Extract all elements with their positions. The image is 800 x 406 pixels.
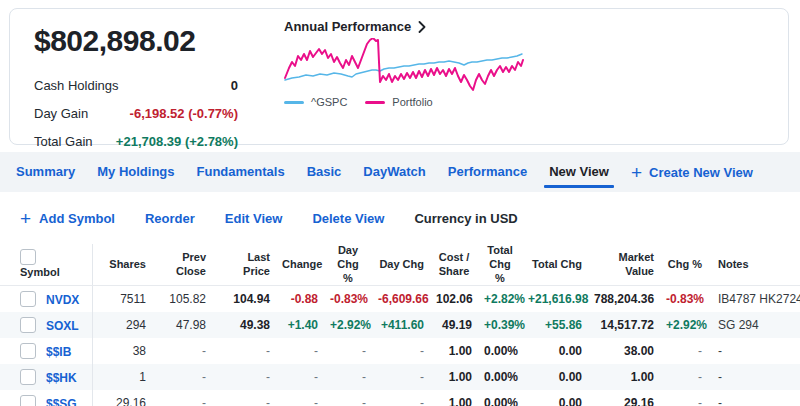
col-header-change[interactable]: Change [276, 244, 324, 286]
table-row-$$ib: $$IB38-----1.000.00%0.0038.00-- [0, 338, 800, 364]
cell-total-chg: +21,616.98 [522, 286, 588, 312]
tab-performance[interactable]: Performance [448, 152, 527, 192]
reorder-button[interactable]: Reorder [145, 211, 195, 226]
symbol-link[interactable]: $$HK [46, 371, 77, 385]
select-all-checkbox[interactable] [20, 249, 36, 265]
row-checkbox[interactable] [20, 343, 36, 359]
cell-cost-share: 1.00 [430, 364, 478, 390]
cell-last-price: 49.38 [212, 312, 276, 338]
edit-view-button[interactable]: Edit View [225, 211, 283, 226]
plus-icon: + [631, 163, 642, 182]
cell-market-value: 788,204.36 [588, 286, 660, 312]
col-header-chg[interactable]: Chg % [660, 244, 708, 286]
table-header-row: SymbolSharesPrev CloseLast PriceChangeDa… [0, 244, 800, 286]
cell-day-chg: +411.60 [372, 312, 430, 338]
cell-notes[interactable]: - [708, 390, 800, 406]
row-checkbox[interactable] [20, 291, 36, 307]
holdings-table-wrap: SymbolSharesPrev CloseLast PriceChangeDa… [0, 244, 800, 406]
row-checkbox[interactable] [20, 317, 36, 333]
symbol-cell: $$IB [0, 338, 92, 364]
view-tabbar: SummaryMy HoldingsFundamentalsBasicDayWa… [0, 152, 800, 192]
col-header-symbol[interactable]: Symbol [0, 244, 92, 286]
col-header-last-price[interactable]: Last Price [212, 244, 276, 286]
summary-pane: $802,898.02 Cash Holdings0Day Gain-6,198… [10, 9, 262, 144]
cell-chg: - [660, 390, 708, 406]
cell-shares: 1 [92, 364, 152, 390]
col-header-market-value[interactable]: Market Value [588, 244, 660, 286]
cell-market-value: 1.00 [588, 364, 660, 390]
view-tabs: SummaryMy HoldingsFundamentalsBasicDayWa… [16, 152, 609, 192]
cell-prev-close: - [152, 338, 212, 364]
col-header-notes[interactable]: Notes [708, 244, 800, 286]
col-header-cost-share[interactable]: Cost / Share [430, 244, 478, 286]
legend-item-gspc: ^GSPC [284, 96, 347, 108]
cell-notes[interactable]: IB4787 HK2724 [708, 286, 800, 312]
holdings-table: SymbolSharesPrev CloseLast PriceChangeDa… [0, 244, 800, 406]
cell-total-chg: 0.00 [522, 338, 588, 364]
cell-market-value: 29.16 [588, 390, 660, 406]
cell-last-price: 104.94 [212, 286, 276, 312]
col-header-day-chg[interactable]: Day Chg [372, 244, 430, 286]
col-header-day-chg[interactable]: Day Chg % [324, 244, 372, 286]
row-checkbox[interactable] [20, 369, 36, 385]
add-symbol-button[interactable]: + Add Symbol [20, 209, 115, 228]
legend-swatch [284, 101, 304, 104]
cell-day-chg: - [324, 338, 372, 364]
tab-new-view[interactable]: New View [549, 152, 609, 192]
portfolio-summary-card: $802,898.02 Cash Holdings0Day Gain-6,198… [9, 8, 789, 145]
summary-stat-day-gain: Day Gain-6,198.52 (-0.77%) [34, 101, 238, 126]
cell-notes[interactable]: SG 294 [708, 312, 800, 338]
chart-title-label: Annual Performance [284, 19, 411, 34]
cell-chg: -0.83% [660, 286, 708, 312]
plus-icon: + [20, 209, 31, 228]
cell-day-chg: - [372, 390, 430, 406]
symbol-cell: $$SG [0, 390, 92, 406]
create-new-view-button[interactable]: + Create New View [631, 163, 753, 182]
delete-view-button[interactable]: Delete View [312, 211, 384, 226]
annual-performance-link[interactable]: Annual Performance [284, 19, 524, 34]
symbol-link[interactable]: $$IB [46, 345, 71, 359]
cell-market-value: 14,517.72 [588, 312, 660, 338]
stat-label: Total Gain [34, 134, 93, 149]
cell-total-chg: 0.00 [522, 390, 588, 406]
cell-day-chg: -6,609.66 [372, 286, 430, 312]
stat-label: Day Gain [34, 106, 88, 121]
row-checkbox[interactable] [20, 395, 36, 406]
tab-fundamentals[interactable]: Fundamentals [197, 152, 285, 192]
cell-notes[interactable]: - [708, 364, 800, 390]
stat-value: 0 [231, 78, 238, 93]
tab-daywatch[interactable]: DayWatch [363, 152, 425, 192]
tab-my-holdings[interactable]: My Holdings [97, 152, 174, 192]
symbol-cell: SOXL [0, 312, 92, 338]
cell-cost-share: 102.06 [430, 286, 478, 312]
cell-shares: 294 [92, 312, 152, 338]
cell-chg: - [660, 338, 708, 364]
cell-last-price: - [212, 364, 276, 390]
cell-shares: 7511 [92, 286, 152, 312]
symbol-header-label: Symbol [20, 266, 60, 278]
symbol-link[interactable]: NVDX [46, 293, 79, 307]
portfolio-total-value: $802,898.02 [34, 24, 262, 58]
summary-stats: Cash Holdings0Day Gain-6,198.52 (-0.77%)… [34, 73, 262, 154]
cell-last-price: - [212, 390, 276, 406]
cell-day-chg: - [324, 364, 372, 390]
cell-notes[interactable]: - [708, 338, 800, 364]
tab-basic[interactable]: Basic [307, 152, 342, 192]
tab-summary[interactable]: Summary [16, 152, 75, 192]
symbol-link[interactable]: $$SG [46, 397, 77, 406]
summary-stat-total-gain: Total Gain+21,708.39 (+2.78%) [34, 129, 238, 154]
portfolio-page: $802,898.02 Cash Holdings0Day Gain-6,198… [0, 0, 800, 406]
cell-change: - [276, 338, 324, 364]
cell-day-chg: - [372, 364, 430, 390]
col-header-total-chg[interactable]: Total Chg [522, 244, 588, 286]
performance-chart-pane: Annual Performance ^GSPCPortfolio [284, 9, 524, 144]
cell-day-chg: +2.92% [324, 312, 372, 338]
symbol-link[interactable]: SOXL [46, 319, 79, 333]
cell-day-chg: -0.83% [324, 286, 372, 312]
cell-prev-close: - [152, 364, 212, 390]
col-header-shares[interactable]: Shares [92, 244, 152, 286]
col-header-prev-close[interactable]: Prev Close [152, 244, 212, 286]
summary-stat-cash-holdings: Cash Holdings0 [34, 73, 238, 98]
cell-last-price: - [212, 338, 276, 364]
col-header-total-chg[interactable]: Total Chg % [478, 244, 522, 286]
